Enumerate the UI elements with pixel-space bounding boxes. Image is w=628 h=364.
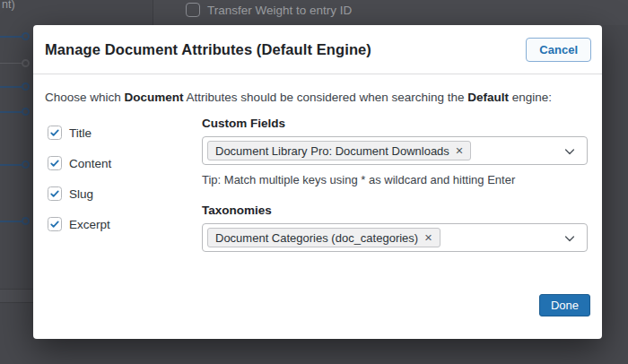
checkbox-label: Content bbox=[69, 157, 111, 170]
slider-knob-icon bbox=[22, 32, 30, 40]
custom-fields-tip: Tip: Match multiple keys using * as wild… bbox=[202, 173, 588, 186]
transfer-weight-checkbox bbox=[186, 3, 200, 17]
chevron-down-icon bbox=[563, 144, 577, 162]
checkbox-row-slug[interactable]: Slug bbox=[48, 186, 202, 201]
remove-tag-icon[interactable]: × bbox=[424, 231, 432, 245]
selected-tag: Document Library Pro: Document Downloads… bbox=[207, 141, 471, 160]
modal-title: Manage Document Attributes (Default Engi… bbox=[45, 41, 371, 58]
checkbox-checked-icon bbox=[48, 156, 62, 170]
slider-knob-icon bbox=[22, 59, 30, 67]
taxonomies-label: Taxonomies bbox=[202, 204, 588, 217]
taxonomies-select[interactable]: Document Categories (doc_categories) × bbox=[202, 223, 588, 252]
modal-columns: Title Content Slug Excerpt Custom Fields bbox=[45, 117, 588, 252]
checkbox-label: Slug bbox=[69, 187, 93, 201]
slider-knob-icon bbox=[22, 160, 30, 169]
checkbox-checked-icon bbox=[48, 126, 62, 140]
transfer-weight-label: Transfer Weight to entry ID bbox=[207, 4, 352, 17]
intro-segment: Choose which bbox=[45, 91, 125, 104]
checkbox-row-excerpt[interactable]: Excerpt bbox=[48, 217, 202, 231]
intro-segment: engine: bbox=[509, 91, 552, 104]
custom-fields-label: Custom Fields bbox=[202, 117, 588, 130]
checkbox-row-content[interactable]: Content bbox=[48, 156, 202, 170]
checkbox-row-title[interactable]: Title bbox=[48, 126, 202, 140]
chevron-down-icon bbox=[563, 231, 577, 249]
selected-tag: Document Categories (doc_categories) × bbox=[207, 228, 440, 247]
modal-header: Manage Document Attributes (Default Engi… bbox=[33, 25, 602, 74]
intro-segment: Attributes should be considered when sea… bbox=[184, 91, 468, 104]
slider-knob-icon bbox=[22, 217, 30, 225]
checkbox-checked-icon bbox=[48, 217, 62, 231]
modal-body: Choose which Document Attributes should … bbox=[33, 74, 602, 252]
done-button[interactable]: Done bbox=[539, 294, 590, 316]
manage-attributes-modal: Manage Document Attributes (Default Engi… bbox=[33, 25, 602, 339]
intro-text: Choose which Document Attributes should … bbox=[45, 90, 588, 105]
background-panel-divider bbox=[153, 0, 153, 25]
remove-tag-icon[interactable]: × bbox=[456, 144, 463, 158]
intro-bold-document: Document bbox=[125, 91, 184, 104]
custom-fields-select[interactable]: Document Library Pro: Document Downloads… bbox=[202, 136, 588, 165]
slider-knob-icon bbox=[22, 108, 30, 116]
intro-bold-default: Default bbox=[467, 91, 509, 104]
slider-knob-icon bbox=[22, 82, 30, 91]
transfer-weight-row: Transfer Weight to entry ID bbox=[186, 3, 352, 17]
attributes-column: Title Content Slug Excerpt bbox=[45, 117, 202, 252]
background-box-band bbox=[0, 290, 33, 302]
checkbox-label: Title bbox=[69, 126, 92, 140]
checkbox-checked-icon bbox=[48, 186, 62, 201]
tag-label: Document Categories (doc_categories) bbox=[215, 231, 418, 245]
background-partial-text: nt) bbox=[2, 0, 15, 11]
checkbox-label: Excerpt bbox=[69, 218, 110, 231]
tag-label: Document Library Pro: Document Downloads bbox=[215, 144, 449, 158]
background-box-edge bbox=[0, 302, 33, 303]
fields-column: Custom Fields Document Library Pro: Docu… bbox=[202, 117, 588, 252]
cancel-button[interactable]: Cancel bbox=[526, 38, 591, 62]
